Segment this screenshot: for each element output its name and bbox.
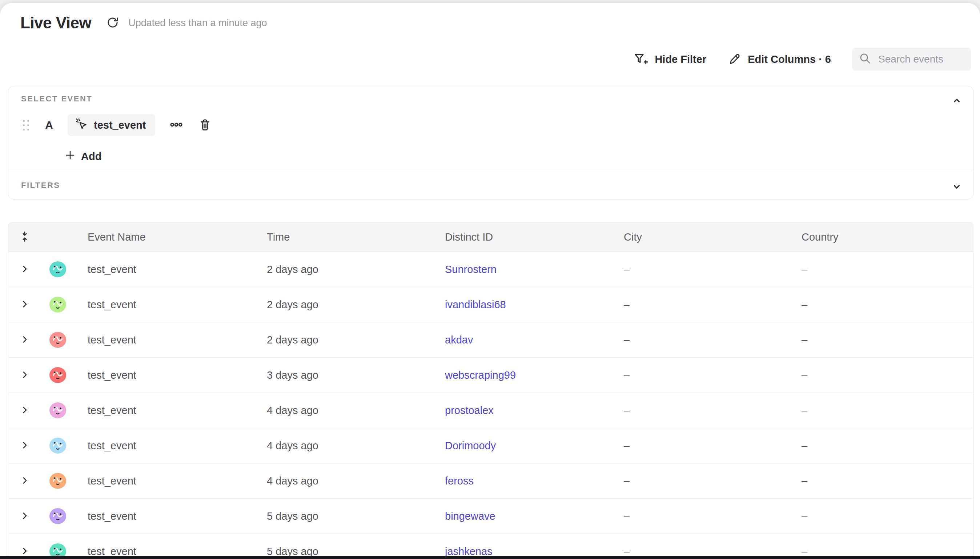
avatar-face: [49, 437, 67, 454]
edit-columns-button[interactable]: Edit Columns · 6: [727, 52, 831, 66]
column-header-city[interactable]: City: [611, 231, 788, 243]
expand-row-button[interactable]: [20, 335, 30, 345]
user-avatar: [41, 261, 74, 278]
avatar-face: [49, 508, 67, 525]
event-name-cell: test_event: [74, 299, 254, 311]
search-events-box[interactable]: [852, 48, 971, 71]
event-more-options-button[interactable]: [169, 117, 183, 133]
chevron-right-icon: [20, 476, 30, 486]
expand-row-button[interactable]: [20, 546, 30, 557]
city-cell: –: [611, 475, 788, 487]
distinct-id-link[interactable]: feross: [445, 475, 474, 487]
page-header: Live View Updated less than a minute ago: [7, 14, 267, 32]
avatar-face: [49, 472, 67, 490]
add-event-button[interactable]: Add: [61, 147, 104, 166]
column-header-time[interactable]: Time: [254, 231, 432, 243]
toolbar: Hide Filter Edit Columns · 6: [634, 47, 971, 71]
collapse-section-button[interactable]: [949, 93, 964, 109]
delete-event-button[interactable]: [198, 118, 212, 133]
edit-columns-label: Edit Columns · 6: [748, 53, 831, 65]
table-row[interactable]: test_event 2 days ago akdav – –: [8, 322, 973, 357]
event-selector-button[interactable]: test_event: [68, 114, 155, 136]
expand-row-button[interactable]: [20, 370, 30, 380]
avatar-face: [49, 261, 67, 278]
user-avatar: [41, 437, 74, 454]
table-row[interactable]: test_event 5 days ago bingewave – –: [8, 498, 973, 534]
table-row[interactable]: test_event 3 days ago webscraping99 – –: [8, 357, 973, 392]
expand-row-button[interactable]: [20, 264, 30, 275]
time-cell: 5 days ago: [254, 510, 432, 522]
distinct-id-link[interactable]: akdav: [445, 334, 473, 346]
avatar-face: [49, 402, 67, 419]
table-header: Event Name Time Distinct ID City Country: [8, 222, 973, 252]
city-cell: –: [611, 263, 788, 276]
time-cell: 4 days ago: [254, 440, 432, 452]
event-name-cell: test_event: [74, 510, 254, 522]
city-cell: –: [611, 405, 788, 417]
table-body: test_event 2 days ago Sunrostern – – tes…: [8, 252, 973, 559]
avatar-face: [49, 296, 67, 313]
collapse-all-rows-button[interactable]: [19, 231, 31, 243]
distinct-id-link[interactable]: prostoalex: [445, 405, 494, 416]
chevron-right-icon: [20, 335, 30, 345]
country-cell: –: [788, 299, 973, 311]
trash-icon: [198, 118, 212, 133]
user-avatar: [41, 508, 74, 525]
country-cell: –: [788, 369, 973, 381]
distinct-id-link[interactable]: Sunrostern: [445, 263, 497, 275]
column-header-event-name[interactable]: Event Name: [74, 231, 254, 243]
select-event-section: SELECT EVENT A: [8, 86, 973, 171]
time-cell: 4 days ago: [254, 405, 432, 417]
table-row[interactable]: test_event 4 days ago feross – –: [8, 463, 973, 498]
distinct-id-link[interactable]: bingewave: [445, 510, 496, 522]
filters-label: FILTERS: [21, 181, 60, 190]
expand-row-button[interactable]: [20, 405, 30, 416]
table-row[interactable]: test_event 4 days ago prostoalex – –: [8, 392, 973, 428]
add-label: Add: [81, 150, 101, 162]
selected-event-name: test_event: [94, 119, 146, 131]
table-row[interactable]: test_event 2 days ago Sunrostern – –: [8, 252, 973, 287]
expand-filters-button[interactable]: [949, 179, 964, 195]
chevron-right-icon: [20, 405, 30, 416]
chevron-right-icon: [20, 299, 30, 310]
event-row-A: A test_event: [23, 114, 212, 136]
chevron-right-icon: [20, 370, 30, 380]
table-row[interactable]: test_event 4 days ago Dorimoody – –: [8, 428, 973, 463]
table-row[interactable]: test_event 5 days ago jashkenas – –: [8, 534, 973, 559]
time-cell: 2 days ago: [254, 299, 432, 311]
column-header-distinct-id[interactable]: Distinct ID: [432, 231, 611, 243]
distinct-id-link[interactable]: jashkenas: [445, 546, 492, 557]
filter-funnel-icon: [634, 52, 648, 66]
country-cell: –: [788, 440, 973, 452]
expand-row-button[interactable]: [20, 299, 30, 310]
user-avatar: [41, 366, 74, 384]
user-avatar: [41, 331, 74, 349]
distinct-id-link[interactable]: ivandiblasi68: [445, 299, 506, 310]
city-cell: –: [611, 510, 788, 522]
cursor-click-icon: [75, 117, 88, 133]
distinct-id-link[interactable]: Dorimoody: [445, 440, 496, 452]
chevron-right-icon: [20, 264, 30, 275]
more-options-icon: [169, 117, 183, 133]
avatar-face: [49, 366, 67, 384]
city-cell: –: [611, 369, 788, 381]
expand-row-button[interactable]: [20, 511, 30, 521]
search-events-input[interactable]: [878, 53, 965, 65]
drag-handle-icon[interactable]: [23, 120, 29, 131]
country-cell: –: [788, 405, 973, 417]
expand-row-button[interactable]: [20, 440, 30, 451]
bottom-bar: [0, 556, 980, 559]
column-header-country[interactable]: Country: [788, 231, 973, 243]
distinct-id-link[interactable]: webscraping99: [445, 369, 516, 381]
table-row[interactable]: test_event 2 days ago ivandiblasi68 – –: [8, 287, 973, 322]
user-avatar: [41, 472, 74, 490]
event-name-cell: test_event: [74, 334, 254, 346]
refresh-icon: [106, 16, 120, 31]
search-icon: [859, 52, 872, 66]
expand-row-button[interactable]: [20, 476, 30, 486]
city-cell: –: [611, 440, 788, 452]
city-cell: –: [611, 299, 788, 311]
hide-filter-button[interactable]: Hide Filter: [634, 52, 706, 66]
refresh-button[interactable]: [106, 16, 120, 30]
live-view-page: Live View Updated less than a minute ago: [0, 0, 980, 559]
